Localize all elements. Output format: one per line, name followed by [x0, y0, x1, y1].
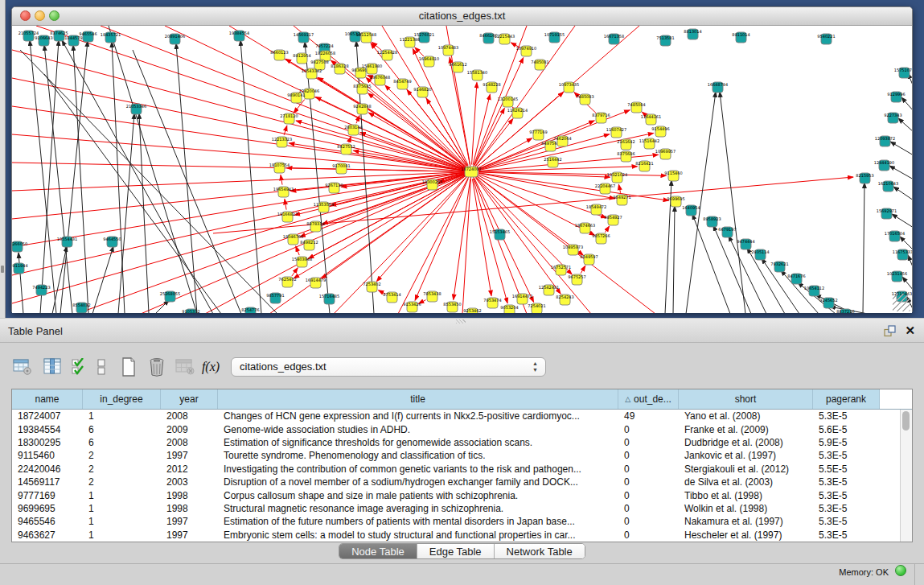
- table-cell[interactable]: 19384554: [12, 424, 83, 435]
- table-cell[interactable]: Nakamura et al. (1997): [679, 516, 813, 527]
- delete-column-button[interactable]: [146, 355, 168, 379]
- table-cell[interactable]: 1998: [161, 490, 218, 501]
- table-cell[interactable]: 22420046: [12, 463, 83, 475]
- clear-selection-button[interactable]: [90, 355, 113, 379]
- table-cell[interactable]: 9465546: [12, 516, 83, 527]
- column-header-year[interactable]: year: [161, 389, 218, 409]
- memory-ok-indicator[interactable]: [895, 565, 906, 576]
- column-header-pagerank[interactable]: pagerank: [813, 389, 880, 409]
- table-cell[interactable]: 0: [618, 516, 679, 527]
- table-cell[interactable]: 1998: [161, 503, 218, 514]
- table-cell[interactable]: Estimation of significance thresholds fo…: [218, 437, 618, 448]
- delete-table-button[interactable]: [174, 355, 196, 379]
- table-cell[interactable]: 5.3E-5: [813, 410, 880, 422]
- table-row[interactable]: 1830029562008Estimation of significance …: [12, 436, 912, 449]
- table-cell[interactable]: Changes of HCN gene expression and I(f) …: [218, 410, 618, 422]
- table-cell[interactable]: 5.9E-5: [813, 437, 880, 448]
- table-cell[interactable]: Stergiakouli et al. (2012): [679, 463, 813, 475]
- table-cell[interactable]: 0: [618, 450, 679, 461]
- table-cell[interactable]: 0: [618, 437, 679, 448]
- table-cell[interactable]: Yano et al. (2008): [679, 410, 813, 422]
- column-header-in_degree[interactable]: in_degree: [83, 389, 161, 409]
- table-cell[interactable]: 5.3E-5: [813, 529, 880, 541]
- table-row[interactable]: 1938455462009Genome-wide association stu…: [12, 422, 912, 435]
- table-row[interactable]: 2242004622012Investigating the contribut…: [12, 463, 912, 476]
- table-cell[interactable]: 2: [83, 450, 161, 461]
- table-cell[interactable]: 2012: [161, 463, 218, 475]
- table-cell[interactable]: 18724007: [12, 410, 83, 422]
- table-cell[interactable]: 0: [618, 476, 679, 488]
- function-builder-button[interactable]: f(x): [199, 355, 222, 379]
- table-cell[interactable]: Wolkin et al. (1998): [679, 503, 813, 514]
- tab-edge-table[interactable]: Edge Table: [417, 544, 495, 558]
- table-cell[interactable]: Investigating the contribution of common…: [218, 463, 618, 475]
- table-cell[interactable]: 1: [83, 503, 161, 514]
- float-panel-button[interactable]: [883, 324, 897, 338]
- table-cell[interactable]: Genome-wide association studies in ADHD.: [218, 424, 618, 435]
- table-cell[interactable]: 14569117: [12, 476, 83, 488]
- table-cell[interactable]: 1997: [161, 529, 218, 541]
- table-row[interactable]: 946554611997Estimation of the future num…: [12, 515, 912, 528]
- column-header-name[interactable]: name: [12, 389, 83, 409]
- table-cell[interactable]: 9777169: [12, 490, 83, 501]
- table-cell[interactable]: de Silva et al. (2003): [679, 476, 813, 488]
- table-cell[interactable]: Franke et al. (2009): [679, 424, 813, 435]
- table-cell[interactable]: 0: [618, 424, 679, 435]
- table-row[interactable]: 1872400712008Changes of HCN gene express…: [12, 410, 912, 422]
- new-column-button[interactable]: [117, 355, 140, 379]
- window-resize-grip[interactable]: [893, 294, 910, 311]
- table-row[interactable]: 969969511998Structural magnetic resonanc…: [12, 502, 912, 515]
- table-cell[interactable]: 0: [618, 503, 679, 514]
- scrollbar-thumb[interactable]: [902, 411, 910, 431]
- select-all-button[interactable]: [68, 355, 91, 379]
- table-cell[interactable]: 9463627: [12, 529, 83, 541]
- tab-network-table[interactable]: Network Table: [495, 544, 585, 558]
- column-settings-button[interactable]: [11, 355, 34, 379]
- citation-network-graph[interactable]: 2105572491066438374625184457994655461843…: [12, 26, 912, 313]
- table-row[interactable]: 977716911998Corpus callosum shape and si…: [12, 488, 912, 501]
- table-cell[interactable]: 5.3E-5: [813, 516, 880, 527]
- table-cell[interactable]: 9115460: [12, 450, 83, 461]
- table-vertical-scrollbar[interactable]: [900, 410, 912, 542]
- table-cell[interactable]: 0: [618, 529, 679, 541]
- tab-node-table[interactable]: Node Table: [339, 544, 417, 558]
- column-header-title[interactable]: title: [218, 389, 618, 409]
- table-cell[interactable]: 5.3E-5: [813, 476, 880, 488]
- table-cell[interactable]: 5.3E-5: [813, 490, 880, 501]
- table-cell[interactable]: 1997: [161, 516, 218, 527]
- collapsed-panel-strip[interactable]: [0, 0, 6, 318]
- table-cell[interactable]: 2008: [161, 437, 218, 448]
- table-row[interactable]: 1456911722003Disruption of a novel membe…: [12, 476, 912, 488]
- table-cell[interactable]: 0: [618, 463, 679, 475]
- network-canvas[interactable]: 2105572491066438374625184457994655461843…: [12, 26, 912, 313]
- table-cell[interactable]: Structural magnetic resonance image aver…: [218, 503, 618, 514]
- table-row[interactable]: 946362711997Embryonic stem cells: a mode…: [12, 529, 912, 542]
- table-cell[interactable]: Hescheler et al. (1997): [679, 529, 813, 541]
- column-header-out_de[interactable]: △out_de...: [618, 389, 679, 409]
- table-cell[interactable]: 2003: [161, 476, 218, 488]
- table-cell[interactable]: 2: [83, 463, 161, 475]
- table-cell[interactable]: 6: [83, 437, 161, 448]
- table-cell[interactable]: 1: [83, 490, 161, 501]
- table-cell[interactable]: 1: [83, 516, 161, 527]
- show-columns-button[interactable]: [41, 355, 64, 379]
- table-cell[interactable]: 1997: [161, 450, 218, 461]
- table-chooser-select[interactable]: citations_edges.txt ▲▼: [231, 357, 546, 377]
- table-cell[interactable]: 5.3E-5: [813, 450, 880, 461]
- table-cell[interactable]: 6: [83, 424, 161, 435]
- table-cell[interactable]: Jankovic et al. (1997): [679, 450, 813, 461]
- table-cell[interactable]: 1: [83, 410, 161, 422]
- table-cell[interactable]: 5.5E-5: [813, 463, 880, 475]
- close-panel-button[interactable]: ✕: [905, 323, 915, 338]
- network-window[interactable]: citations_edges.txt 21055724910664383746…: [11, 6, 913, 312]
- table-cell[interactable]: 2: [83, 476, 161, 488]
- column-header-short[interactable]: short: [679, 389, 813, 409]
- table-cell[interactable]: Embryonic stem cells: a model to study s…: [218, 529, 618, 541]
- table-cell[interactable]: Disruption of a novel member of a sodium…: [218, 476, 618, 488]
- table-cell[interactable]: 2009: [161, 424, 218, 435]
- table-cell[interactable]: 9699695: [12, 503, 83, 514]
- splitter-grip[interactable]: [456, 319, 466, 323]
- table-cell[interactable]: Tourette syndrome. Phenomenology and cla…: [218, 450, 618, 461]
- table-cell[interactable]: Dudbridge et al. (2008): [679, 437, 813, 448]
- table-cell[interactable]: Estimation of the future numbers of pati…: [218, 516, 618, 527]
